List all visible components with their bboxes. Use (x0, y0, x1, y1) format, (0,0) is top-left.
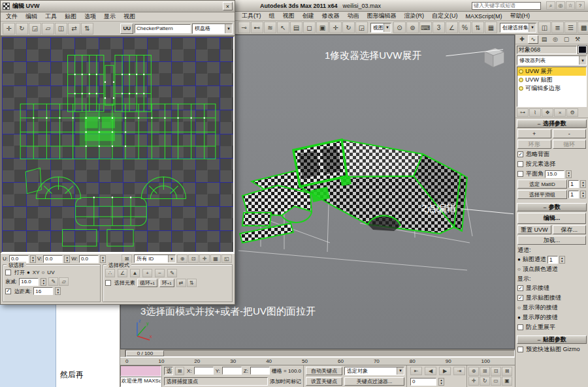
edit-named-selections-icon[interactable]: ▦ (485, 22, 497, 33)
go-to-end-icon[interactable]: ⇥ (453, 367, 465, 375)
select-matid-button[interactable]: 选定 MatID (517, 179, 567, 189)
show-end-result-icon[interactable]: ⌇ (529, 108, 541, 117)
uvw-menu-item[interactable]: 视图 (120, 12, 139, 21)
pan-icon[interactable]: ✛ (468, 377, 479, 386)
search-input[interactable] (472, 2, 541, 10)
thick-seams-radio[interactable]: ● (517, 315, 521, 320)
uvw-menu-item[interactable]: 选项 (80, 12, 100, 21)
show-map-toggle[interactable]: UU (120, 23, 133, 34)
falloff-spinner[interactable]: ▴▾ (41, 278, 46, 286)
communication-center-icon[interactable]: ◎ (556, 1, 565, 10)
uvw-menu-item[interactable]: 编辑 (22, 12, 41, 21)
configure-modifier-sets-icon[interactable]: ⚙ (566, 108, 578, 117)
selected-filter-dropdown[interactable]: 选定对象▼ (344, 367, 404, 375)
zoom-extents-icon[interactable]: ⊡ (491, 367, 501, 376)
flip-vertical-icon[interactable]: ⇅ (81, 23, 93, 35)
paint-soft-selection-icon[interactable]: ✎ (48, 277, 58, 286)
matid-field[interactable]: 1 (568, 180, 579, 188)
preview-quick-map-checkbox[interactable] (517, 347, 523, 352)
freeform-icon[interactable]: ▱ (42, 23, 54, 35)
map-dropdown[interactable]: 棋盘格▼ (192, 23, 233, 34)
flip-horizontal-icon[interactable]: ⇄ (68, 23, 80, 35)
select-object-icon[interactable]: ↖ (277, 22, 289, 33)
favorites-icon[interactable]: ☆ (566, 1, 575, 10)
snap-toggle-icon[interactable]: 3 (433, 22, 445, 33)
prevent-reflattening-checkbox[interactable] (517, 324, 523, 330)
search-icon[interactable]: ⌕ (546, 1, 555, 10)
smoothing-group-field[interactable]: 1 (568, 191, 579, 198)
select-rotate-icon[interactable]: ↻ (342, 22, 355, 33)
time-slider-track[interactable]: 0 / 100 (125, 350, 515, 357)
xy-radio[interactable]: ● (27, 270, 30, 275)
grow-selection-icon[interactable]: + (142, 269, 152, 277)
object-name-field[interactable]: 对象068 (517, 46, 577, 54)
zoom-selected-icon[interactable]: ◱ (221, 255, 232, 263)
tab-create[interactable]: ✚ (517, 35, 527, 44)
rotate-icon[interactable]: ↻ (16, 23, 28, 35)
pan-icon[interactable]: ✛ (199, 255, 210, 263)
menu-item[interactable]: 动画 (344, 12, 363, 20)
trackbar-mode-strip[interactable] (120, 350, 125, 357)
remove-modifier-icon[interactable]: × (554, 108, 566, 117)
tab-hierarchy[interactable]: ▤ (539, 35, 549, 44)
select-by-element-checkbox[interactable] (517, 161, 523, 167)
pin-stack-icon[interactable]: ⊶ (517, 108, 529, 117)
key-filters-button[interactable]: 关键点过滤器... (344, 377, 404, 386)
edit-uvw-button[interactable]: 编辑... (517, 213, 586, 224)
align-icon[interactable]: ≣ (551, 22, 564, 33)
smoothing-group-spinner[interactable]: ▴▾ (580, 191, 586, 198)
auto-key-button[interactable]: 自动关键点 (306, 367, 342, 375)
help-icon[interactable]: ? (576, 1, 585, 10)
previous-frame-icon[interactable]: ◀ (425, 367, 436, 375)
make-unique-icon[interactable]: ❖ (542, 108, 553, 117)
map-channel-spinner[interactable]: ▴▾ (559, 256, 565, 264)
zoom-all-icon[interactable]: ⊞ (480, 367, 490, 376)
uvw-menu-item[interactable]: 工具 (41, 12, 61, 21)
keyboard-override-icon[interactable]: ⌨ (419, 22, 432, 33)
uvw-menu-item[interactable]: 文件 (2, 12, 22, 21)
zoom-icon[interactable]: ⊕ (177, 255, 188, 263)
menu-item[interactable]: 视图 (279, 12, 299, 20)
map-channel-field[interactable]: 1 (547, 256, 558, 264)
zoom-icon[interactable]: ⊕ (468, 367, 479, 376)
menu-item[interactable]: 组 (265, 12, 279, 20)
time-slider[interactable]: 0 / 100 (126, 350, 164, 356)
select-element-checkbox[interactable] (105, 280, 111, 286)
paint-select-icon[interactable]: ✎ (167, 269, 177, 277)
window-crossing-icon[interactable]: ▣ (316, 22, 329, 33)
menu-item[interactable]: 创建 (299, 12, 318, 20)
maxscript-mini-listener[interactable]: 欢迎使用 MAXScr (120, 365, 162, 387)
select-by-name-icon[interactable]: ▤ (290, 22, 302, 33)
object-color-swatch[interactable] (578, 46, 587, 54)
reference-coordinate-dropdown[interactable]: 视图▼ (370, 23, 391, 33)
rollout-header-selection[interactable]: −选择参数 (517, 119, 587, 128)
modifier-stack-item[interactable]: UVW 展开 (517, 67, 586, 76)
v-field[interactable]: 0.0 (43, 255, 63, 263)
tab-modify[interactable]: ∿ (528, 35, 538, 44)
show-seams-checkbox[interactable]: ✓ (517, 285, 523, 291)
graphite-icon[interactable]: ▩ (578, 22, 588, 33)
tab-motion[interactable]: ◎ (550, 35, 561, 44)
tab-utilities[interactable]: ⚒ (572, 35, 583, 44)
shrink-selection-button[interactable]: - (553, 129, 587, 138)
go-to-start-icon[interactable]: ⇤ (410, 367, 422, 375)
timeline-ruler[interactable]: 0102030405060708090100 (120, 357, 515, 365)
edge-mode-icon[interactable]: ∠ (118, 269, 127, 277)
unlink-icon[interactable]: ⊷ (251, 22, 263, 33)
bind-spacewarp-icon[interactable]: ≋ (264, 22, 276, 33)
vertex-mode-icon[interactable]: ∴ (105, 269, 115, 277)
menu-item[interactable]: 帮助(H) (506, 12, 534, 20)
uvw-menu-item[interactable]: 显示 (100, 12, 120, 21)
planar-angle-checkbox[interactable] (517, 171, 523, 177)
angle-snap-icon[interactable]: ∠ (446, 22, 458, 33)
edge-distance-spinner[interactable]: ▴▾ (55, 287, 61, 295)
lightbulb-icon[interactable] (519, 69, 523, 74)
w-field[interactable]: 0.0 (79, 255, 99, 263)
mirror-icon[interactable]: ◫ (538, 22, 551, 33)
use-center-icon[interactable]: ⊙ (393, 22, 406, 33)
expand-u-icon[interactable]: ⇄ (176, 279, 186, 287)
uvw-menu-item[interactable]: 贴图 (61, 12, 80, 21)
frame-spinner[interactable]: ▴▾ (438, 378, 444, 386)
reset-uvw-button[interactable]: 重置 UVW (517, 225, 551, 234)
mirror-icon[interactable]: ◫ (55, 23, 67, 35)
